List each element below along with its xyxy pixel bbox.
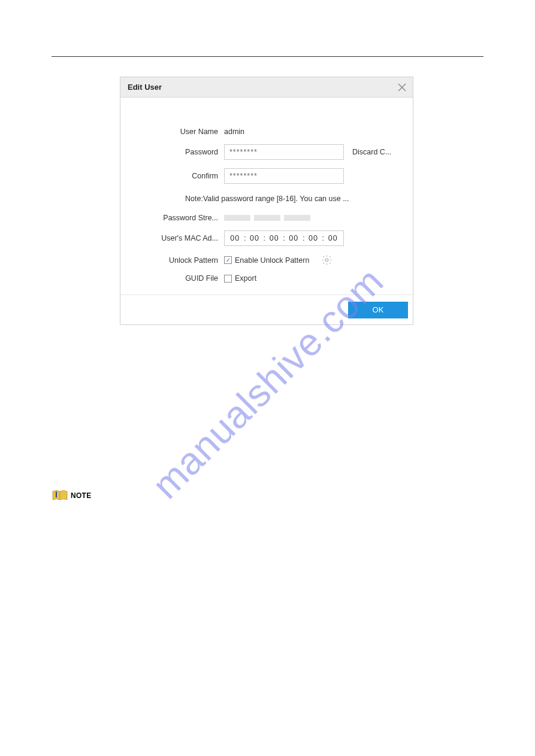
gear-icon[interactable] [321, 254, 333, 266]
row-mac: User's MAC Ad... 00: 00: 00: 00: 00: 00 [131, 230, 402, 246]
note-text: NOTE [71, 491, 92, 500]
ok-button[interactable]: OK [348, 302, 408, 318]
password-input[interactable] [224, 144, 344, 160]
close-icon[interactable] [397, 83, 407, 92]
row-username: User Name admin [131, 127, 402, 136]
guid-checkbox[interactable] [224, 275, 232, 283]
username-label: User Name [131, 127, 224, 136]
mac-seg-4[interactable]: 00 [307, 234, 319, 242]
row-unlock: Unlock Pattern ✓ Enable Unlock Pattern [131, 254, 402, 266]
mac-seg-3[interactable]: 00 [288, 234, 300, 242]
strength-meter [224, 215, 310, 221]
mac-seg-2[interactable]: 00 [268, 234, 280, 242]
unlock-checkbox-label: Enable Unlock Pattern [235, 256, 309, 265]
confirm-input[interactable] [224, 168, 344, 184]
note-callout: NOTE [52, 489, 94, 502]
mac-seg-0[interactable]: 00 [229, 234, 241, 242]
strength-bar-3 [284, 215, 310, 221]
guid-checkbox-wrap[interactable]: Export [224, 274, 256, 283]
dialog-title: Edit User [128, 83, 162, 92]
row-guid: GUID File Export [131, 274, 402, 283]
mac-seg-1[interactable]: 00 [249, 234, 261, 242]
book-icon [52, 490, 68, 502]
row-strength: Password Stre... [131, 214, 402, 222]
edit-user-dialog: Edit User User Name admin Password Disca… [120, 77, 413, 325]
confirm-label: Confirm [131, 172, 224, 180]
unlock-checkbox-wrap[interactable]: ✓ Enable Unlock Pattern [224, 256, 309, 265]
strength-bar-1 [224, 215, 250, 221]
dialog-body: User Name admin Password Discard C... Co… [120, 98, 413, 294]
dialog-footer: OK [120, 294, 413, 324]
row-password: Password Discard C... [131, 144, 402, 160]
svg-rect-4 [56, 493, 57, 497]
horizontal-rule [52, 56, 483, 57]
mac-input[interactable]: 00: 00: 00: 00: 00: 00 [224, 230, 344, 246]
discard-changes-link[interactable]: Discard C... [352, 148, 391, 156]
dialog-header: Edit User [120, 77, 413, 98]
username-value: admin [224, 127, 344, 136]
unlock-label: Unlock Pattern [131, 256, 224, 265]
mac-label: User's MAC Ad... [131, 234, 224, 242]
guid-checkbox-label: Export [235, 274, 256, 283]
strength-label: Password Stre... [131, 214, 224, 222]
mac-seg-5[interactable]: 00 [327, 234, 339, 242]
password-label: Password [131, 148, 224, 156]
password-note: Note:Valid password range [8-16]. You ca… [185, 195, 402, 203]
row-confirm: Confirm [131, 168, 402, 184]
guid-label: GUID File [131, 274, 224, 283]
svg-point-2 [326, 259, 329, 262]
svg-point-5 [56, 491, 57, 493]
strength-bar-2 [254, 215, 280, 221]
unlock-checkbox[interactable]: ✓ [224, 256, 232, 264]
